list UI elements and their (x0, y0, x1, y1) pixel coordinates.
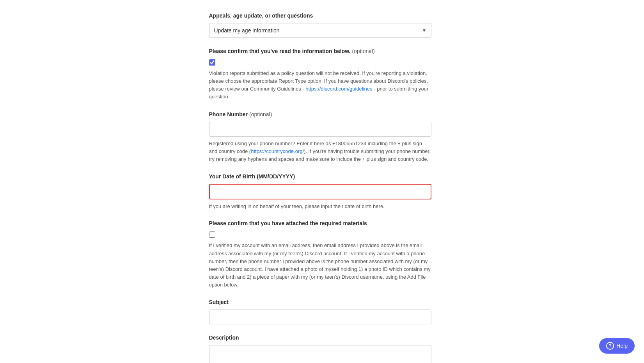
confirm-read-label: Please confirm that you've read the info… (209, 47, 459, 55)
dob-input[interactable] (209, 184, 431, 199)
dob-label: Your Date of Birth (MM/DD/YYYY) (209, 173, 459, 181)
subject-input[interactable] (209, 310, 431, 324)
phone-label: Phone Number (optional) (209, 110, 459, 119)
phone-input[interactable] (209, 122, 431, 137)
confirm-materials-row (209, 231, 459, 238)
confirm-read-checkbox[interactable] (209, 59, 215, 66)
appeals-section: Appeals, age update, or other questions … (209, 12, 459, 38)
form-container: Appeals, age update, or other questions … (170, 0, 474, 363)
subject-section: Subject (209, 298, 459, 324)
phone-helper-text: Registered using your phone number? Ente… (209, 140, 431, 163)
help-button[interactable]: ? Help (599, 338, 635, 354)
dob-section: Your Date of Birth (MM/DD/YYYY) ··· If y… (209, 173, 459, 210)
help-button-label: Help (616, 343, 628, 349)
guidelines-link[interactable]: https://discord.com/guidelines (305, 86, 372, 92)
description-section: Description (209, 334, 459, 363)
confirm-read-row (209, 59, 459, 66)
dob-input-wrapper: ··· (209, 184, 431, 199)
appeals-label: Appeals, age update, or other questions (209, 12, 459, 20)
subject-label: Subject (209, 298, 459, 306)
materials-text: If I verified my account with an email a… (209, 242, 431, 289)
confirm-read-section: Please confirm that you've read the info… (209, 47, 459, 101)
help-icon: ? (606, 342, 614, 350)
description-label: Description (209, 334, 459, 342)
phone-section: Phone Number (optional) Registered using… (209, 110, 459, 163)
dob-helper-text: If you are writing in on behalf of your … (209, 203, 431, 210)
appeals-dropdown[interactable]: Update my age information Appeal a ban O… (209, 23, 431, 38)
violation-text: Violation reports submitted as a policy … (209, 69, 431, 101)
confirm-materials-section: Please confirm that you have attached th… (209, 219, 459, 289)
confirm-materials-checkbox[interactable] (209, 231, 215, 238)
dropdown-wrapper: Update my age information Appeal a ban O… (209, 23, 431, 38)
description-textarea[interactable] (209, 345, 431, 363)
countrycode-link[interactable]: https://countrycode.org/ (251, 148, 304, 154)
confirm-materials-label: Please confirm that you have attached th… (209, 219, 459, 228)
